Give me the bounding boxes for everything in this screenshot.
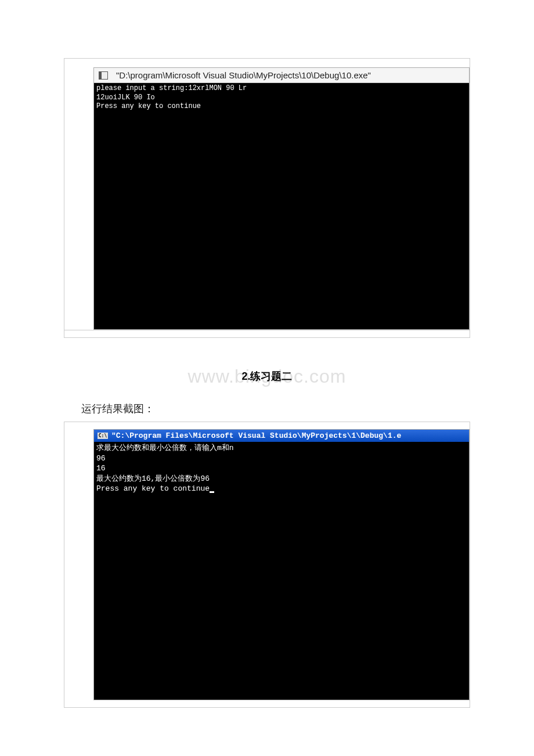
console-line: please input a string:12xrlMON 90 Lr [96, 84, 247, 92]
cmd-icon-label: C:\ [98, 433, 108, 439]
titlebar-2: C:\ "C:\Program Files\Microsoft Visual S… [94, 430, 469, 442]
console-line: 求最大公约数和最小公倍数，请输入m和n [96, 444, 234, 452]
app-icon [99, 71, 108, 80]
console-line: 最大公约数为16,最小公倍数为96 [96, 474, 210, 483]
console-window-1: "D:\program\Microsoft Visual Studio\MyPr… [93, 67, 470, 330]
caption-text: 运行结果截图： [81, 402, 534, 416]
window-title-1: "D:\program\Microsoft Visual Studio\MyPr… [116, 70, 371, 80]
console-line: 12uoiJLK 90 Io [96, 93, 155, 102]
window-title-2: "C:\Program Files\Microsoft Visual Studi… [111, 431, 401, 440]
console-output-1: please input a string:12xrlMON 90 Lr 12u… [94, 83, 469, 329]
heading-row: www.bingdoc.com 2.练习题二 [0, 361, 534, 390]
section-heading: 2.练习题二 [241, 369, 292, 383]
titlebar-1: "D:\program\Microsoft Visual Studio\MyPr… [94, 68, 469, 83]
cursor-icon [210, 491, 214, 493]
screenshot-panel-1: "D:\program\Microsoft Visual Studio\MyPr… [64, 58, 470, 338]
console-line: Press any key to continue [96, 484, 210, 493]
divider [64, 330, 470, 337]
console-line: 96 [96, 454, 106, 463]
screenshot-panel-2: C:\ "C:\Program Files\Microsoft Visual S… [64, 422, 470, 708]
console-line: Press any key to continue [96, 102, 201, 110]
console-line: 16 [96, 464, 106, 473]
console-window-2: C:\ "C:\Program Files\Microsoft Visual S… [93, 429, 470, 700]
cmd-icon: C:\ [98, 432, 108, 440]
console-output-2: 求最大公约数和最小公倍数，请输入m和n 96 16 最大公约数为16,最小公倍数… [94, 442, 469, 700]
